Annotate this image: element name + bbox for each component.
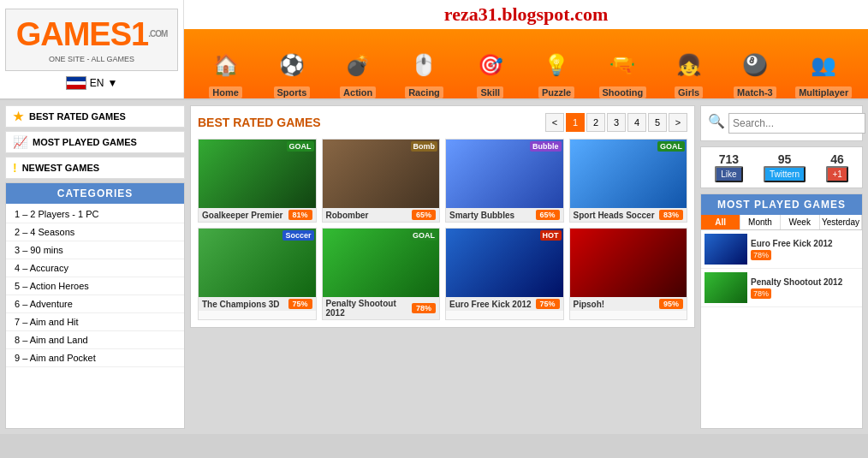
nav-item-skill[interactable]: 🎯 Skill xyxy=(465,45,516,98)
game-rating-3: 83% xyxy=(659,210,683,220)
navigation-area: reza31.blogspot.com 🏠 Home ⚽ Sports 💣 Ac… xyxy=(184,0,868,98)
racing-label: Racing xyxy=(405,86,443,98)
page-4[interactable]: 4 xyxy=(627,113,646,132)
mp-game-0[interactable]: Euro Free Kick 2012 78% xyxy=(701,230,862,269)
nav-item-shooting[interactable]: 🔫 Shooting xyxy=(597,45,648,98)
page-3[interactable]: 3 xyxy=(607,113,626,132)
logo-box: GAMES1.COM ONE SITE - ALL GAMES xyxy=(5,9,179,71)
mp-tab-all[interactable]: All xyxy=(701,215,740,229)
new-icon: ! xyxy=(13,161,17,175)
twitter-count-box: 95 Twittern xyxy=(764,152,806,182)
social-box: 713 Like 95 Twittern 46 +1 xyxy=(700,146,863,188)
left-sidebar: ★ BEST RATED GAMES 📈 MOST PLAYED GAMES !… xyxy=(5,105,185,429)
game-thumb-3: GOAL xyxy=(570,140,687,208)
mp-game-info-1: Penalty Shootout 2012 78% xyxy=(751,277,859,299)
game-card-6[interactable]: HOT Euro Free Kick 2012 75% xyxy=(445,228,564,320)
game-name-3: Sport Heads Soccer xyxy=(574,211,660,220)
page-next[interactable]: > xyxy=(669,113,687,132)
site-title: reza31.blogspot.com xyxy=(184,0,868,29)
game-thumb-1: Bomb xyxy=(323,140,440,208)
girls-icon: 👧 xyxy=(669,45,709,85)
game-name-1: Robomber xyxy=(326,211,413,220)
category-item-9[interactable]: 9 – Aim and Pocket xyxy=(6,349,184,367)
language-selector[interactable]: EN ▼ xyxy=(66,76,118,90)
game-info-5: Penalty Shootout 2012 78% xyxy=(323,297,440,319)
logo-subtitle: ONE SITE - ALL GAMES xyxy=(16,55,168,63)
nav-item-home[interactable]: 🏠 Home xyxy=(200,45,252,98)
shooting-icon: 🔫 xyxy=(603,45,642,85)
star-icon: ★ xyxy=(13,110,24,123)
mp-tab-week[interactable]: Week xyxy=(781,215,820,229)
action-label: Action xyxy=(340,86,376,98)
page-2[interactable]: 2 xyxy=(586,113,605,132)
nav-item-sports[interactable]: ⚽ Sports xyxy=(266,45,318,98)
mp-game-name-1: Penalty Shootout 2012 xyxy=(751,277,859,287)
game-card-5[interactable]: GOAL Penalty Shootout 2012 78% xyxy=(322,228,441,320)
game-badge-5: GOAL xyxy=(410,230,437,241)
best-rated-link[interactable]: ★ BEST RATED GAMES xyxy=(5,105,185,128)
puzzle-label: Puzzle xyxy=(538,86,574,98)
game-rating-5: 78% xyxy=(412,303,436,313)
game-thumb-4: Soccer xyxy=(199,229,316,297)
chevron-down-icon: ▼ xyxy=(107,77,117,89)
category-item-2[interactable]: 2 – 4 Seasons xyxy=(6,223,184,241)
page-1[interactable]: 1 xyxy=(566,113,585,132)
best-rated-label: BEST RATED GAMES xyxy=(29,111,126,122)
category-item-8[interactable]: 8 – Aim and Land xyxy=(6,331,184,349)
nav-item-action[interactable]: 💣 Action xyxy=(332,45,383,98)
twitter-button[interactable]: Twittern xyxy=(764,166,806,182)
game-name-4: The Champions 3D xyxy=(202,300,288,309)
mp-tab-month[interactable]: Month xyxy=(740,215,780,229)
category-item-5[interactable]: 5 – Action Heroes xyxy=(6,277,184,295)
header: GAMES1.COM ONE SITE - ALL GAMES EN ▼ rez… xyxy=(0,0,868,100)
nav-item-multiplayer[interactable]: 👥 Multiplayer xyxy=(795,45,852,98)
multiplayer-label: Multiplayer xyxy=(795,86,852,98)
categories-list[interactable]: 1 – 2 Players - 1 PC2 – 4 Seasons3 – 90 … xyxy=(6,204,184,369)
nav-item-puzzle[interactable]: 💡 Puzzle xyxy=(531,45,582,98)
multiplayer-icon: 👥 xyxy=(804,45,843,85)
logo-games: GAMES xyxy=(16,16,131,52)
nav-item-match-3[interactable]: 🎱 Match-3 xyxy=(729,45,781,98)
nav-icons: 🏠 Home ⚽ Sports 💣 Action 🖱️ Racing 🎯 Ski… xyxy=(184,29,868,98)
best-rated-panel: BEST RATED GAMES <12345> GOAL Goalkeeper… xyxy=(190,105,695,328)
mp-game-1[interactable]: Penalty Shootout 2012 78% xyxy=(701,269,862,307)
game-name-2: Smarty Bubbles xyxy=(449,211,536,220)
game-name-5: Penalty Shootout 2012 xyxy=(326,299,413,318)
game-card-0[interactable]: GOAL Goalkeeper Premier 81% xyxy=(198,139,317,223)
game-card-1[interactable]: Bomb Robomber 65% xyxy=(322,139,441,223)
action-icon: 💣 xyxy=(338,45,378,85)
category-item-1[interactable]: 1 – 2 Players - 1 PC xyxy=(6,205,184,223)
skill-icon: 🎯 xyxy=(471,45,510,85)
games-grid: GOAL Goalkeeper Premier 81% Bomb Robombe… xyxy=(198,139,687,320)
game-rating-4: 75% xyxy=(288,299,312,309)
shooting-label: Shooting xyxy=(599,86,647,98)
mp-thumb-0 xyxy=(705,234,747,265)
like-count: 713 xyxy=(719,152,739,166)
nav-item-racing[interactable]: 🖱️ Racing xyxy=(398,45,449,98)
search-input[interactable] xyxy=(728,113,865,134)
page-prev[interactable]: < xyxy=(545,113,564,132)
lang-label: EN xyxy=(90,77,104,89)
category-item-6[interactable]: 6 – Adventure xyxy=(6,295,184,313)
game-name-7: Pipsoh! xyxy=(574,300,660,309)
racing-icon: 🖱️ xyxy=(404,45,443,85)
category-item-7[interactable]: 7 – Aim and Hit xyxy=(6,313,184,331)
plus-count-box: 46 +1 xyxy=(826,152,847,182)
newest-games-link[interactable]: ! NEWEST GAMES xyxy=(5,157,185,179)
game-badge-6: HOT xyxy=(540,230,562,241)
nav-item-girls[interactable]: 👧 Girls xyxy=(663,45,715,98)
mp-tab-yesterday[interactable]: Yesterday xyxy=(820,215,862,229)
facebook-like-button[interactable]: Like xyxy=(715,166,742,182)
page-5[interactable]: 5 xyxy=(648,113,667,132)
most-played-link[interactable]: 📈 MOST PLAYED GAMES xyxy=(5,131,185,153)
newest-label: NEWEST GAMES xyxy=(22,163,99,173)
game-badge-2: Bubble xyxy=(530,141,562,152)
category-item-3[interactable]: 3 – 90 mins xyxy=(6,241,184,259)
game-card-4[interactable]: Soccer The Champions 3D 75% xyxy=(198,228,317,320)
game-card-7[interactable]: Pipsoh! 95% xyxy=(569,228,688,320)
game-card-3[interactable]: GOAL Sport Heads Soccer 83% xyxy=(569,139,688,223)
mp-game-rating-1: 78% xyxy=(751,288,771,299)
category-item-4[interactable]: 4 – Accuracy xyxy=(6,259,184,277)
game-card-2[interactable]: Bubble Smarty Bubbles 65% xyxy=(445,139,564,223)
google-plus-button[interactable]: +1 xyxy=(826,166,847,182)
